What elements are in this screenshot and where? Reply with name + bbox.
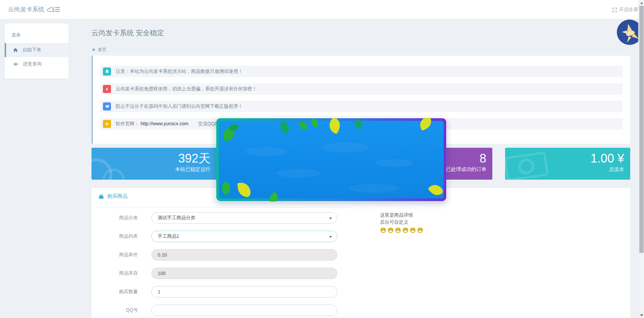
emoji-row: [380, 227, 423, 233]
scrollbar-down-button[interactable]: [639, 312, 644, 318]
brand-logo[interactable]: 云尚发卡系统: [8, 5, 55, 13]
price-field-wrap: [151, 249, 337, 261]
form-row-stock: 商品库存: [98, 268, 337, 279]
divider: [98, 207, 350, 208]
eye-icon: [13, 61, 18, 67]
page: 云尚发卡系统 开启全屏: [0, 0, 644, 318]
form-row-category: 商品分类 测试手工商品分类: [98, 212, 337, 224]
grinning-face-emoji-icon: [410, 227, 416, 233]
notice-item: 云尚发卡系统免授权使用，切勿上当受骗，系统开源没有任何加密！: [100, 83, 623, 95]
chevron-down-icon: [329, 236, 332, 238]
bell-icon: [103, 67, 111, 76]
official-site-url[interactable]: http://www.yunscx.com: [141, 121, 188, 126]
product-selected-value: 手工商品1: [158, 233, 179, 239]
notice-text: 注意：本站为云尚发卡系统演示站，商品数据只做测试使用！: [116, 69, 243, 75]
breadcrumb[interactable]: 首页: [91, 47, 107, 53]
sidebar-toggle-button[interactable]: [53, 7, 60, 14]
grinning-face-emoji-icon: [395, 227, 401, 233]
grinning-face-emoji-icon: [380, 227, 386, 233]
field-label: 购买数量: [98, 289, 138, 295]
lightning-icon: [103, 85, 111, 93]
grinning-face-emoji-icon: [387, 227, 394, 233]
sidebar-item-label: 自助下单: [23, 47, 41, 53]
sidebar: 菜单 自助下单 进度查询: [5, 24, 69, 79]
fullscreen-icon: [612, 7, 617, 12]
field-label: 商品单价: [98, 252, 138, 258]
popup-ad-image: [216, 118, 447, 201]
breadcrumb-home: 首页: [98, 47, 107, 53]
money-watermark-icon: [505, 150, 554, 180]
field-label: 商品列表: [98, 233, 138, 239]
stat-value: 1.00 ¥: [591, 151, 624, 166]
stat-value: 8: [446, 151, 486, 166]
fullscreen-button[interactable]: 开启全屏: [612, 7, 638, 13]
notice-text: 云尚发卡系统免授权使用，切勿上当受骗，系统开源没有任何加密！: [116, 86, 257, 92]
stat-value: 392天: [175, 151, 211, 166]
shopping-bag-icon: [98, 193, 104, 199]
sidebar-item-progress-query[interactable]: 进度查询: [5, 57, 69, 71]
stat-label: 已处理成功的订单: [446, 166, 486, 173]
fullscreen-label: 开启全屏: [619, 7, 638, 13]
product-details-line2: 后台可自定义: [380, 219, 423, 226]
purchase-title: 购买商品: [107, 193, 127, 199]
chevron-down-icon: [329, 218, 332, 219]
form-row-qq: QQ号: [98, 305, 337, 316]
top-navbar: 云尚发卡系统 开启全屏: [0, 0, 644, 19]
page-title: 云尚发卡系统 安全稳定: [91, 28, 164, 38]
grinning-face-emoji-icon: [417, 227, 423, 233]
home-icon: [91, 48, 96, 52]
notice-item: 注意：本站为云尚发卡系统演示站，商品数据只做测试使用！: [100, 66, 623, 77]
stat-label: 总流水: [591, 166, 624, 173]
stock-field-wrap: [151, 268, 337, 279]
arrow-down-icon: [640, 314, 643, 316]
sidebar-item-self-order[interactable]: 自助下单: [5, 43, 69, 57]
cloud-watermark-icon: [91, 150, 130, 180]
stock-input: [158, 271, 331, 276]
purchase-panel: 购买商品 商品分类 测试手工商品分类 商品列表 手工商品1 商品单价 商品库存: [91, 188, 630, 318]
notice-item: 防止不法分子在源码中加入后门请到云尚官网下载正版程序！: [100, 101, 623, 112]
home-icon: [13, 47, 18, 53]
sidebar-title: 菜单: [5, 29, 69, 43]
price-input: [158, 252, 331, 258]
brand-text: 云尚发卡系统: [8, 5, 44, 13]
notice-text: 防止不法分子在源码中加入后门请到云尚官网下载正版程序！: [116, 103, 243, 109]
form-row-product: 商品列表 手工商品1: [98, 231, 337, 242]
arrow-up-icon: [640, 2, 643, 4]
stat-card-revenue: 1.00 ¥ 总流水: [505, 148, 630, 180]
category-selected-value: 测试手工商品分类: [158, 215, 195, 221]
grinning-face-emoji-icon: [402, 227, 409, 233]
notice-text: 软件官网：http://www.yunscx.com交流QQ群: [116, 121, 219, 127]
form-row-price: 商品单价: [98, 249, 337, 261]
stat-card-uptime: 392天 本站已稳定运行: [91, 148, 217, 180]
list-icon: [53, 7, 60, 12]
quantity-field-wrap: [151, 286, 337, 298]
field-label: 商品分类: [98, 215, 138, 221]
product-details-line1: 这里是商品详情: [380, 212, 423, 219]
purchase-header: 购买商品: [98, 193, 127, 199]
scrollbar-thumb[interactable]: [639, 6, 644, 253]
product-details: 这里是商品详情 后台可自定义: [380, 212, 423, 233]
field-label: 商品库存: [98, 270, 138, 276]
sidebar-item-label: 进度查询: [23, 61, 42, 67]
qq-field-wrap: [151, 305, 337, 316]
form-row-quantity: 购买数量: [98, 286, 337, 298]
scrollbar: [638, 0, 644, 318]
stat-label: 本站已稳定运行: [175, 166, 211, 173]
quantity-input[interactable]: [158, 289, 331, 294]
field-label: QQ号: [98, 307, 138, 313]
scrollbar-up-button[interactable]: [639, 0, 644, 6]
megaphone-icon: [103, 102, 111, 110]
product-select[interactable]: 手工商品1: [151, 231, 337, 242]
official-site-prefix: 软件官网：: [116, 121, 139, 126]
plus-icon: [103, 120, 111, 128]
qq-input[interactable]: [158, 308, 331, 313]
category-select[interactable]: 测试手工商品分类: [151, 212, 337, 224]
